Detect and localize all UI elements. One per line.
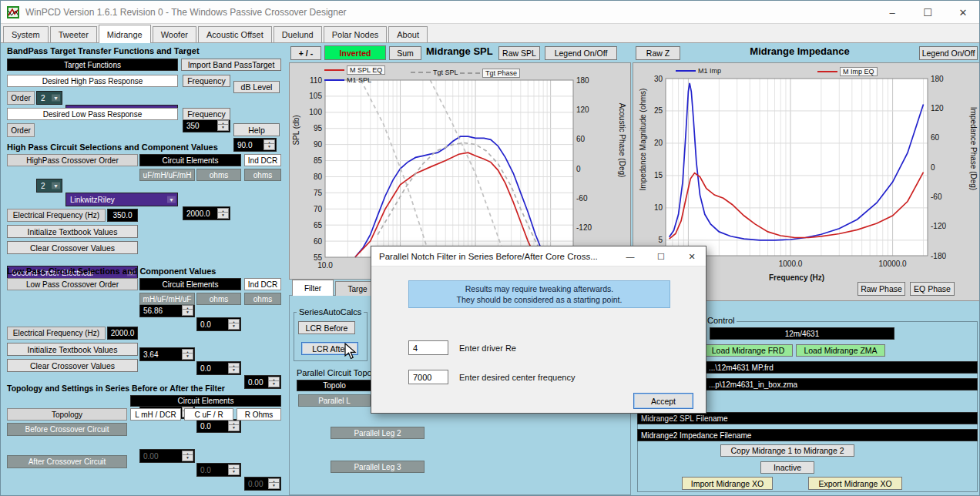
- spl-legend-toggle-button[interactable]: Legend On/Off: [545, 46, 617, 60]
- eq-phase-button[interactable]: EQ Phase: [910, 282, 955, 296]
- lp-order-column-header: Low Pass Crossover Order: [7, 278, 138, 290]
- load-midrange-frd-button[interactable]: Load Midrange FRD: [703, 344, 793, 357]
- lp-frequency-button[interactable]: Frequency: [183, 108, 230, 120]
- raw-spl-button[interactable]: Raw SPL: [498, 46, 540, 60]
- topology-column-header: Topology: [7, 408, 127, 421]
- dialog-maximize-button[interactable]: ☐: [646, 246, 676, 266]
- db-level-value[interactable]: 90.0: [233, 138, 277, 152]
- svg-text:25: 25: [654, 106, 663, 115]
- tab-about[interactable]: About: [388, 26, 428, 42]
- hp-dcr-spinner[interactable]: 0.0: [196, 419, 241, 433]
- hp-dcr2-spinner[interactable]: 0.00: [244, 375, 281, 389]
- load-midrange-zma-button[interactable]: Load Midrange ZMA: [796, 344, 885, 357]
- hp-electrical-frequency-label: Electrical Frequency (Hz): [7, 209, 106, 222]
- legend-label: M SPL EQ: [347, 65, 385, 75]
- sum-button[interactable]: Sum: [389, 46, 421, 60]
- dialog-minimize-button[interactable]: —: [615, 246, 646, 266]
- driver-name-label: 12m/4631: [710, 327, 894, 340]
- lp-order-select[interactable]: 2: [36, 179, 62, 193]
- svg-text:100: 100: [309, 108, 322, 116]
- hp-dcr-header: Ind DCR: [244, 154, 281, 166]
- dialog-close-button[interactable]: ✕: [676, 246, 707, 266]
- svg-text:-120: -120: [576, 223, 592, 232]
- inverted-button[interactable]: Inverted: [324, 45, 386, 60]
- hp-response-label: Desired High Pass Response: [7, 75, 178, 87]
- svg-text:1000.0: 1000.0: [779, 260, 803, 268]
- parallel-topology-header: Parallel Circuit Topo: [297, 368, 372, 377]
- tab-midrange[interactable]: Midrange: [99, 25, 151, 43]
- close-button[interactable]: ✕: [945, 1, 980, 24]
- tab-filter[interactable]: Filter: [292, 280, 334, 296]
- lp-clear-button[interactable]: Clear Crossover Values: [7, 359, 138, 372]
- legend-line-icon: [817, 71, 837, 72]
- topology-elements-header: Circuit Elements: [130, 395, 281, 407]
- plus-minus-button[interactable]: + / -: [290, 46, 321, 60]
- parallel-leg2-label: Parallel Leg 2: [331, 427, 425, 439]
- export-midrange-xo-button[interactable]: Export Midrange XO: [808, 477, 902, 490]
- highpass-header: High Pass Circuit Selections and Compone…: [7, 142, 218, 152]
- lowpass-header: Low Pass Circuit Selections and Componen…: [7, 266, 216, 276]
- accept-button[interactable]: Accept: [633, 393, 693, 409]
- hp-dcr2-spinner[interactable]: 0.00: [244, 477, 281, 491]
- tab-acoustic-offset[interactable]: Acoustic Offset: [198, 26, 272, 42]
- hp-dcr-spinner[interactable]: 0.0: [196, 361, 241, 375]
- dialog-title: Parallel Notch Filter in Series Before/A…: [379, 252, 598, 261]
- hp-value-spinner[interactable]: 3.64: [139, 347, 195, 361]
- svg-text:120: 120: [576, 106, 589, 114]
- notch-filter-dialog: Parallel Notch Filter in Series Before/A…: [371, 246, 706, 414]
- svg-text:20: 20: [654, 139, 663, 147]
- driver-re-input[interactable]: 4: [408, 340, 448, 355]
- dialog-info-box: Results may require tweaking afterwards.…: [408, 280, 670, 308]
- info-line-1: Results may require tweaking afterwards.: [465, 283, 614, 294]
- lp-frequency-value[interactable]: 2000.0: [183, 206, 230, 220]
- import-bandpass-target-button[interactable]: Import Band PassTarget: [181, 59, 281, 71]
- hp-initialize-button[interactable]: Initialize Textbook Values: [7, 225, 138, 238]
- lp-electrical-frequency-value[interactable]: 2000.0: [107, 327, 138, 340]
- hp-frequency-value[interactable]: 350: [183, 119, 230, 132]
- tab-polar-nodes[interactable]: Polar Nodes: [324, 26, 388, 42]
- svg-text:85: 85: [314, 156, 323, 165]
- hp-dcr-spinner[interactable]: 0.0: [196, 317, 241, 331]
- svg-text:120: 120: [931, 104, 944, 112]
- hp-electrical-frequency-value[interactable]: 350.0: [107, 209, 138, 222]
- impedance-phase-axis-label: Impedance Phase (Deg): [969, 72, 978, 226]
- raw-phase-button[interactable]: Raw Phase: [858, 282, 905, 296]
- mouse-cursor: [344, 343, 357, 360]
- tab-tweeter[interactable]: Tweeter: [50, 26, 97, 42]
- hp-clear-button[interactable]: Clear Crossover Values: [7, 241, 138, 254]
- lp-initialize-button[interactable]: Initialize Textbook Values: [7, 343, 138, 356]
- svg-text:0: 0: [931, 163, 935, 172]
- info-line-2: They should be considered as a starting …: [457, 294, 623, 305]
- tab-woofer[interactable]: Woofer: [153, 26, 196, 42]
- legend-line-icon: [324, 79, 344, 81]
- hp-order-select[interactable]: 2: [36, 91, 62, 105]
- midrange2-impedance-filename-field: Midrange2 Impedance Filename: [637, 429, 978, 441]
- maximize-button[interactable]: ☐: [910, 1, 945, 24]
- legend-line-icon: [460, 72, 480, 74]
- svg-text:60: 60: [576, 135, 586, 143]
- minimize-button[interactable]: –: [874, 1, 910, 24]
- impedance-legend-toggle-button[interactable]: Legend On/Off: [919, 46, 978, 60]
- hp-value-spinner[interactable]: 56.86: [139, 303, 195, 317]
- center-frequency-input[interactable]: 7000: [408, 370, 448, 384]
- help-button[interactable]: Help: [233, 123, 280, 136]
- window-title: WinPCD Version 1.6.1 Revision 0 - The Wi…: [25, 7, 347, 18]
- lp-type-select[interactable]: LinkwitzRiley: [65, 193, 178, 206]
- svg-text:60: 60: [931, 133, 940, 142]
- tab-system[interactable]: System: [3, 26, 49, 42]
- lcr-before-button[interactable]: LCR Before: [298, 321, 355, 334]
- svg-text:30: 30: [654, 75, 663, 83]
- hp-dcr-spinner[interactable]: 0.0: [196, 463, 241, 477]
- svg-text:5: 5: [658, 236, 663, 244]
- hp-frequency-button[interactable]: Frequency: [183, 75, 230, 87]
- hp-value-spinner[interactable]: 0.00: [139, 449, 195, 463]
- lp-ohms-label-b: ohms: [244, 293, 281, 305]
- import-midrange-xo-button[interactable]: Import Midrange XO: [682, 477, 773, 490]
- svg-text:110: 110: [310, 76, 322, 85]
- spl-legend-item: M SPL EQ: [324, 65, 385, 75]
- tab-duelund[interactable]: Duelund: [274, 26, 322, 42]
- svg-text:15: 15: [654, 171, 663, 179]
- db-level-button[interactable]: dB Level: [233, 81, 280, 93]
- copy-midrange-button[interactable]: Copy Midrange 1 to Midrange 2: [720, 444, 854, 457]
- inactive-button[interactable]: Inactive: [760, 461, 814, 474]
